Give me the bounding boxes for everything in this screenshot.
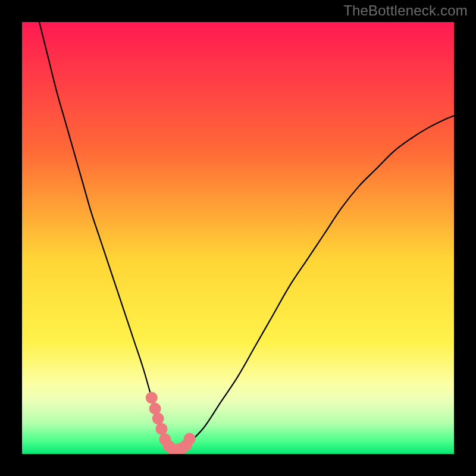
- chart-frame: TheBottleneck.com: [0, 0, 476, 476]
- chart-svg: [22, 22, 454, 454]
- highlight-point: [184, 433, 196, 445]
- highlight-point: [155, 423, 167, 435]
- watermark-text: TheBottleneck.com: [343, 2, 468, 19]
- highlight-point: [146, 392, 158, 404]
- gradient-background: [22, 22, 454, 454]
- plot-area: [22, 22, 454, 454]
- highlight-point: [152, 412, 164, 424]
